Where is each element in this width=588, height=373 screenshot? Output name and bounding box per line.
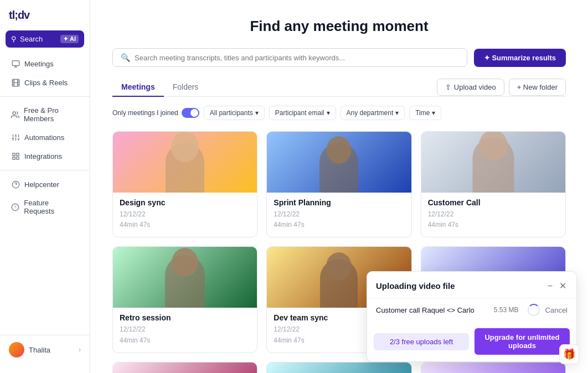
meeting-card[interactable]: [421, 362, 566, 373]
new-folder-label: + New folder: [517, 83, 558, 91]
summarize-button[interactable]: ✦ Summarize results: [474, 49, 566, 67]
user-profile[interactable]: Thalita ›: [0, 335, 90, 364]
film-icon: [11, 78, 20, 87]
upload-video-label: Upload video: [454, 83, 496, 91]
sidebar: tl;dv ⚲ Search ✦ AI Meetings Clips & Ree…: [0, 0, 90, 373]
upload-video-button[interactable]: ⇧ Upload video: [437, 79, 504, 96]
meeting-card[interactable]: [112, 362, 257, 373]
sliders-icon: [11, 133, 20, 142]
toggle-label: Only meetings I joined: [112, 109, 178, 117]
filter-department[interactable]: Any department ▾: [341, 106, 405, 120]
search-icon: 🔍: [121, 53, 130, 62]
sidebar-item-label: Free & Pro Members: [24, 106, 79, 123]
card-meta: 12/12/2244min 47s: [120, 209, 250, 230]
upload-footer: 2/3 free uploads left Upgrade for unlimi…: [367, 324, 576, 361]
meeting-card[interactable]: [266, 362, 411, 373]
sidebar-item-feature-requests[interactable]: Feature Requests: [2, 194, 87, 220]
card-title: Customer Call: [428, 198, 559, 207]
gift-button[interactable]: 🎁: [559, 344, 579, 364]
upgrade-button[interactable]: Upgrade for unlimited uploads: [474, 328, 570, 355]
filter-participants-label: All participants: [210, 109, 253, 117]
new-folder-button[interactable]: + New folder: [509, 79, 566, 96]
sidebar-item-clips[interactable]: Clips & Reels: [2, 73, 87, 92]
upload-modal: Uploading video file − ✕ Customer call R…: [367, 271, 577, 362]
filters-row: Only meetings I joined All participants …: [112, 106, 566, 120]
meeting-card[interactable]: Sprint Planning 12/12/2244min 47s: [266, 131, 411, 237]
meeting-card[interactable]: Customer Call 12/12/2244min 47s: [421, 131, 566, 237]
sidebar-item-label: Meetings: [24, 60, 54, 68]
svg-rect-0: [12, 60, 19, 65]
card-body: Customer Call 12/12/2244min 47s: [421, 193, 565, 237]
chevron-down-icon: ▾: [432, 109, 435, 117]
tab-folders[interactable]: Folders: [164, 78, 208, 97]
ai-badge: ✦ AI: [60, 35, 79, 43]
card-title: Retro session: [120, 313, 250, 322]
chevron-down-icon: ▾: [327, 109, 330, 117]
card-meta: 12/12/2244min 47s: [120, 324, 250, 345]
filter-participants[interactable]: All participants ▾: [204, 106, 265, 120]
meeting-card[interactable]: Retro session 12/12/2244min 47s: [112, 246, 257, 353]
svg-rect-24: [16, 157, 18, 159]
sidebar-divider: [0, 96, 90, 97]
main-content: Find any meeting moment 🔍 ✦ Summarize re…: [90, 0, 588, 373]
card-meta: 12/12/2244min 47s: [274, 209, 404, 230]
sidebar-item-integrations[interactable]: Integrations: [2, 147, 87, 165]
upload-file-size: 5.53 MB: [494, 306, 519, 314]
filter-time-label: Time: [415, 109, 430, 117]
sidebar-divider-2: [0, 170, 90, 170]
upload-icon: ⇧: [445, 83, 451, 91]
user-name: Thalita: [29, 346, 74, 354]
avatar: [9, 342, 24, 358]
card-title: Sprint Planning: [274, 198, 404, 207]
sidebar-item-members[interactable]: Free & Pro Members: [2, 101, 87, 128]
meeting-card[interactable]: Design sync 12/12/2244min 47s: [112, 131, 257, 237]
sidebar-item-helpcenter[interactable]: Helpcenter: [2, 175, 87, 194]
search-bar[interactable]: 🔍: [112, 48, 467, 67]
star-icon: [11, 203, 19, 211]
upload-modal-header: Uploading video file − ✕: [367, 272, 576, 298]
chevron-down-icon: ▾: [395, 109, 399, 117]
svg-rect-22: [16, 153, 18, 155]
search-button[interactable]: ⚲ Search ✦ AI: [6, 30, 84, 48]
filter-department-label: Any department: [347, 109, 394, 117]
upload-item: Customer call Raquel <> Carlo 5.53 MB Ca…: [367, 298, 576, 324]
filter-email[interactable]: Participant email ▾: [269, 106, 336, 120]
upload-modal-actions: − ✕: [546, 279, 568, 292]
card-title: Design sync: [120, 198, 250, 207]
search-input[interactable]: [135, 54, 459, 62]
toggle-switch[interactable]: [182, 108, 199, 118]
filter-email-label: Participant email: [275, 109, 324, 117]
sidebar-item-meetings[interactable]: Meetings: [2, 54, 87, 73]
svg-rect-21: [12, 153, 14, 155]
svg-point-11: [13, 111, 16, 114]
upload-file-name: Customer call Raquel <> Carlo: [376, 306, 488, 314]
minimize-button[interactable]: −: [546, 280, 554, 292]
search-bar-row: 🔍 ✦ Summarize results: [112, 48, 566, 67]
tabs-row: Meetings Folders ⇧ Upload video + New fo…: [112, 78, 566, 97]
users-icon: [11, 110, 19, 119]
sidebar-item-label: Helpcenter: [24, 180, 59, 189]
monitor-icon: [11, 59, 20, 68]
upload-spinner: [528, 304, 540, 316]
chevron-down-icon: ▾: [255, 109, 259, 117]
upload-modal-title: Uploading video file: [376, 281, 455, 291]
sidebar-nav: Meetings Clips & Reels Free & Pro Member…: [0, 54, 90, 335]
close-button[interactable]: ✕: [558, 279, 568, 292]
chevron-right-icon: ›: [79, 346, 81, 354]
cancel-upload-link[interactable]: Cancel: [545, 306, 568, 314]
page-title: Find any meeting moment: [112, 18, 566, 35]
app-logo: tl;dv: [0, 9, 90, 30]
card-body: Design sync 12/12/2244min 47s: [113, 193, 257, 237]
sidebar-item-automations[interactable]: Automations: [2, 128, 87, 147]
card-body: Sprint Planning 12/12/2244min 47s: [267, 193, 411, 237]
sidebar-item-label: Automations: [24, 133, 64, 142]
tab-meetings[interactable]: Meetings: [112, 78, 164, 97]
search-icon: ⚲: [11, 35, 17, 43]
grid-icon: [11, 152, 20, 160]
filter-time[interactable]: Time ▾: [409, 106, 441, 120]
tabs: Meetings Folders: [112, 78, 207, 96]
meetings-toggle: Only meetings I joined: [112, 108, 199, 118]
help-circle-icon: [11, 180, 20, 189]
card-meta: 12/12/2244min 47s: [428, 209, 559, 230]
uploads-left: 2/3 free uploads left: [374, 333, 469, 350]
